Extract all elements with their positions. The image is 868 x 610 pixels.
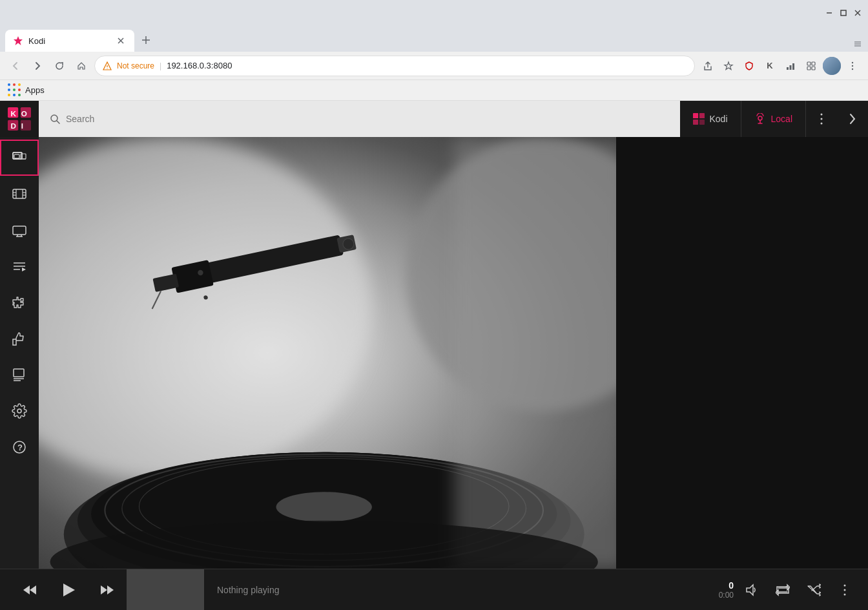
forward-button[interactable]	[28, 57, 46, 75]
profile-avatar[interactable]	[823, 57, 841, 75]
kodi-nav-button[interactable]: Kodi	[680, 101, 741, 137]
kodi-search-input[interactable]	[66, 114, 670, 124]
help-icon: ?	[12, 439, 27, 455]
player-info: Nothing playing	[204, 585, 719, 595]
svg-rect-42	[21, 154, 26, 159]
shuffle-button[interactable]	[801, 577, 827, 603]
svg-marker-11	[725, 62, 732, 70]
kodi-player-bar: Nothing playing 0 0:00	[0, 569, 868, 610]
maximize-button[interactable]	[838, 8, 849, 18]
svg-rect-12	[787, 67, 789, 70]
rewind-button[interactable]	[10, 569, 49, 611]
back-button[interactable]	[6, 57, 25, 75]
local-nav-button[interactable]: Local	[741, 101, 806, 137]
svg-rect-1	[841, 10, 846, 16]
svg-rect-44	[13, 189, 26, 198]
svg-point-36	[758, 116, 762, 120]
svg-text:D: D	[11, 121, 16, 130]
movies-icon	[12, 186, 27, 202]
svg-point-10	[107, 68, 107, 68]
kodi-sidebar: ?	[0, 137, 39, 569]
sidebar-item-playlist[interactable]	[0, 248, 39, 284]
svg-rect-83	[454, 137, 616, 569]
play-button[interactable]	[49, 569, 88, 611]
svg-marker-86	[30, 585, 36, 594]
chrome-menu-button[interactable]	[843, 57, 862, 75]
sidebar-item-addons[interactable]	[0, 284, 39, 321]
playlist-icon	[12, 258, 27, 274]
svg-rect-33	[699, 113, 704, 118]
sidebar-item-help[interactable]: ?	[0, 429, 39, 465]
minimize-button[interactable]	[824, 8, 834, 18]
svg-rect-16	[812, 62, 815, 65]
apps-grid-icon	[8, 83, 22, 98]
sidebar-item-tv[interactable]	[0, 212, 39, 248]
svg-point-92	[844, 589, 846, 591]
kodi-main-content	[39, 137, 616, 569]
player-progress-bar[interactable]	[127, 569, 204, 611]
sidebar-item-queue[interactable]	[0, 357, 39, 393]
shield-extension-button[interactable]	[740, 57, 758, 75]
tab-close-button[interactable]	[115, 35, 127, 47]
sidebar-item-movies[interactable]	[0, 176, 39, 212]
svg-marker-85	[23, 585, 30, 594]
search-icon	[49, 113, 61, 125]
apps-label: Apps	[25, 85, 45, 95]
svg-rect-41	[14, 154, 19, 158]
player-time-text: 0	[719, 580, 734, 591]
settings-icon	[12, 403, 27, 419]
kodi-logo-area[interactable]: K O D I	[0, 101, 39, 137]
kodi-nav-right: Kodi Local	[680, 101, 869, 137]
svg-marker-88	[101, 585, 107, 594]
apps-shortcut[interactable]: Apps	[8, 83, 45, 98]
player-more-button[interactable]	[832, 577, 858, 603]
stats-extension-button[interactable]	[781, 57, 800, 75]
browser-titlebar	[0, 0, 868, 26]
thumbsup-icon	[12, 331, 27, 346]
address-bar[interactable]: Not secure | 192.168.0.3:8080	[94, 56, 695, 76]
turntable-svg	[39, 137, 616, 569]
svg-rect-35	[699, 120, 704, 125]
kodi-header-forward-button[interactable]	[837, 101, 868, 137]
browser-toolbar: Not secure | 192.168.0.3:8080 K	[0, 52, 868, 80]
url-text: 192.168.0.3:8080	[167, 61, 232, 70]
music-lib-icon	[12, 150, 27, 165]
sidebar-item-favorites[interactable]	[0, 321, 39, 357]
svg-point-39	[821, 123, 823, 125]
svg-rect-59	[14, 369, 24, 377]
svg-point-93	[844, 593, 846, 595]
svg-rect-51	[13, 226, 26, 235]
svg-rect-15	[807, 62, 811, 65]
volume-button[interactable]	[739, 577, 765, 603]
share-button[interactable]	[699, 57, 717, 75]
sidebar-item-settings[interactable]	[0, 393, 39, 429]
svg-marker-4	[14, 36, 23, 45]
fastforward-button[interactable]	[88, 569, 127, 611]
svg-rect-18	[812, 67, 815, 70]
sidebar-item-music-library[interactable]	[0, 140, 39, 176]
tab-list-button[interactable]	[852, 39, 863, 49]
kodi-header-more-button[interactable]	[806, 101, 837, 137]
svg-rect-17	[807, 67, 811, 70]
reload-button[interactable]	[50, 57, 68, 75]
tv-icon	[12, 222, 27, 238]
svg-text:I: I	[21, 121, 23, 130]
extensions-button[interactable]	[802, 57, 820, 75]
turntable-scene	[39, 137, 616, 569]
svg-marker-90	[747, 585, 753, 595]
home-button[interactable]	[72, 57, 90, 75]
kodi-app: K O D I Kodi	[0, 101, 868, 610]
svg-marker-89	[107, 585, 114, 594]
kodi-extension-button[interactable]: K	[761, 57, 779, 75]
now-playing-text: Nothing playing	[217, 585, 280, 595]
close-button[interactable]	[852, 8, 863, 18]
bookmark-button[interactable]	[719, 57, 738, 75]
new-tab-button[interactable]	[137, 31, 155, 49]
svg-point-37	[821, 114, 823, 116]
svg-marker-87	[63, 584, 75, 596]
svg-point-21	[852, 68, 853, 69]
repeat-button[interactable]	[770, 577, 796, 603]
svg-text:O: O	[21, 109, 27, 118]
browser-tab-kodi[interactable]: Kodi	[5, 30, 134, 52]
kodi-hero-image	[39, 137, 616, 569]
